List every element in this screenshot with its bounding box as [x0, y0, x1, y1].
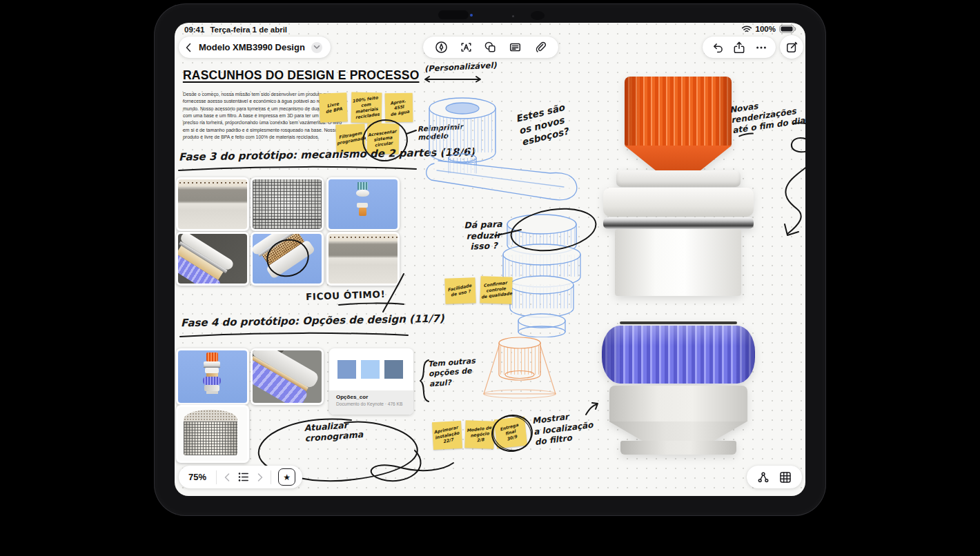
actions-toolbar — [703, 37, 776, 58]
draw-pencil-icon[interactable] — [435, 41, 448, 54]
note-ficou-otimo[interactable]: FICOU ÓTIMO! — [306, 288, 386, 302]
ink-underline — [337, 301, 405, 307]
zoom-level[interactable]: 75% — [186, 472, 209, 482]
photo-thumbnail-mesh-texture[interactable] — [251, 177, 324, 231]
swatch-slate — [384, 360, 403, 379]
ink-underline — [738, 132, 754, 137]
intro-paragraph[interactable]: Desde o começo, nossa missão tem sido de… — [183, 91, 342, 141]
photo-thumbnail-mesh-cylinder[interactable] — [176, 405, 249, 463]
photo-thumbnail-annotated[interactable] — [251, 232, 324, 286]
file-name: Opções_cor — [336, 394, 406, 400]
sticky-note[interactable]: Modelo de negócio 2/8 — [464, 420, 494, 448]
favorite-star-button[interactable]: ★ — [278, 468, 295, 486]
swatch-lightblue — [361, 360, 380, 379]
canvas-controls: 75% ★ — [179, 466, 302, 488]
sticky-note[interactable]: Facilidade de uso ? — [444, 277, 476, 304]
battery-icon — [779, 25, 796, 33]
note-tem-outras[interactable]: Tem outras opções de azul? — [428, 357, 478, 390]
new-board-button[interactable] — [780, 35, 803, 59]
freeform-canvas[interactable]: 09:41 Terça-feira 1 de abril 100% Modelo… — [175, 23, 805, 496]
paperclip-icon[interactable] — [533, 41, 547, 54]
photo-thumbnail-full-product[interactable] — [176, 348, 249, 405]
board-title-bar[interactable]: Modelo XMB3990 Design — [179, 37, 331, 58]
photo-thumbnail-rings-angled[interactable] — [176, 232, 249, 286]
grid-icon[interactable] — [779, 471, 792, 484]
note-personalizavel[interactable]: (Personalizável) — [424, 60, 497, 73]
render-chrome-ring — [603, 217, 754, 229]
sticky-note[interactable]: 100% feito com materiais reciclados — [351, 92, 382, 123]
ink-loop-arrow — [754, 119, 805, 247]
ink-cloud-scribble — [489, 412, 535, 455]
chevron-left-icon[interactable] — [224, 473, 231, 482]
boards-list-icon[interactable] — [237, 471, 250, 483]
more-icon[interactable] — [755, 41, 767, 54]
render-orange-cap — [625, 77, 732, 146]
photo-thumbnail-filter-closeup[interactable] — [176, 177, 249, 231]
photo-thumbnail-product-blue[interactable] — [326, 177, 400, 231]
sticky-note[interactable]: Confirmar controle de qualidade — [480, 276, 512, 304]
sticky-note[interactable]: Aprox. 455l de água — [385, 93, 413, 123]
chevron-right-icon[interactable] — [257, 473, 264, 482]
view-controls — [747, 466, 802, 488]
stage: 09:41 Terça-feira 1 de abril 100% Modelo… — [0, 0, 980, 556]
undo-icon[interactable] — [712, 41, 724, 54]
ink-brace — [418, 358, 430, 404]
ink-arrow-up — [583, 401, 601, 416]
tools-toolbar — [423, 37, 558, 58]
front-camera — [531, 11, 545, 20]
shapes-icon[interactable] — [484, 41, 497, 54]
title-disclosure-button[interactable] — [311, 42, 322, 53]
page-title: RASCUNHOS DO DESIGN E PROCESSO — [183, 68, 419, 83]
star-icon: ★ — [283, 473, 291, 482]
sticky-note-icon[interactable] — [509, 41, 522, 54]
chevron-down-icon — [313, 45, 320, 50]
file-meta: Documento do Keynote · 476 KB — [336, 401, 406, 406]
ink-underline — [179, 331, 409, 338]
fase4-heading[interactable]: Fase 4 do protótipo: Opções de design (1… — [181, 312, 444, 330]
compose-icon — [785, 41, 798, 54]
share-icon[interactable] — [732, 41, 746, 54]
status-bar: 09:41 Terça-feira 1 de abril 100% — [175, 25, 805, 36]
status-time: 09:41 — [184, 26, 204, 34]
board-title[interactable]: Modelo XMB3990 Design — [199, 42, 305, 52]
battery-percent: 100% — [756, 25, 776, 33]
status-date: Terça-feira 1 de abril — [210, 26, 287, 34]
ink-underline — [177, 165, 418, 172]
front-sensor — [438, 10, 469, 19]
product-render[interactable] — [604, 77, 752, 455]
orange-wireframe-sketch[interactable] — [478, 333, 561, 399]
back-icon[interactable] — [184, 42, 193, 53]
render-purple-ring — [602, 326, 755, 384]
connect-nodes-icon[interactable] — [757, 471, 770, 484]
mic-dot — [512, 15, 514, 17]
camera-indicator — [470, 14, 473, 17]
text-box-icon[interactable] — [460, 41, 473, 54]
render-amber-ring — [621, 300, 736, 321]
photo-thumbnail-purple-closeup[interactable] — [251, 348, 324, 405]
ipad-device: 09:41 Terça-feira 1 de abril 100% Modelo… — [154, 3, 826, 516]
sticky-note[interactable]: Livre de BPA — [319, 92, 347, 122]
swatch-blue — [337, 360, 356, 379]
wifi-icon — [741, 25, 752, 33]
sticky-note[interactable]: Aprimorar instalação 22/7 — [432, 421, 462, 450]
color-swatches — [329, 348, 413, 379]
file-card-keynote[interactable]: Opções_cor Documento do Keynote · 476 KB — [329, 348, 413, 415]
